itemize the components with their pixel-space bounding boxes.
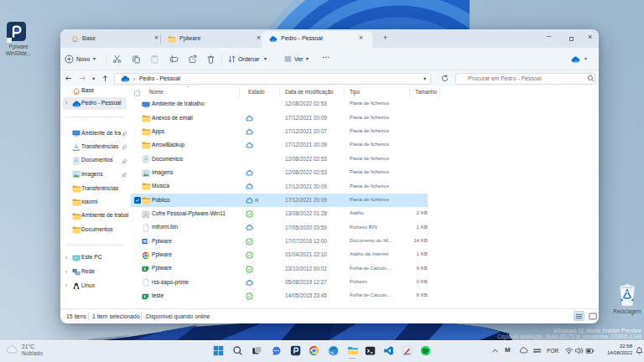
svg-text:W: W <box>143 240 147 244</box>
